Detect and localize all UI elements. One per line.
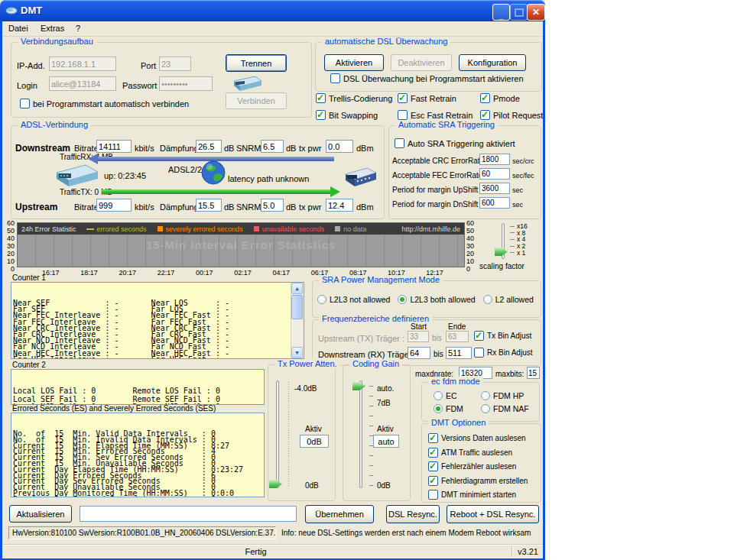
checkbox[interactable]: [316, 93, 326, 103]
es-listbox[interactable]: No. of 15 Min. Valid Data Intervals : 0N…: [11, 413, 265, 497]
uebernehmen-button[interactable]: Übernehmen: [305, 505, 374, 523]
radio-row[interactable]: L2L3 both allowed: [398, 295, 475, 304]
rx-bin-adjust-row[interactable]: Rx Bin Adjust: [474, 348, 532, 358]
scroll-up-button[interactable]: ▲: [291, 283, 303, 294]
crc-rate-field[interactable]: [479, 154, 510, 165]
checkbox[interactable]: [480, 93, 490, 103]
radio-button[interactable]: [434, 391, 443, 400]
counter2-listbox[interactable]: Local LOS Fail : 0 Remote LOS Fail : 0Lo…: [11, 369, 265, 405]
title-bar[interactable]: DMT _ ✕: [0, 0, 545, 21]
checkbox[interactable]: [428, 448, 438, 458]
radio-label: FDM NAF: [493, 404, 529, 413]
status-text: Fertig: [2, 547, 509, 556]
x-tick-label: 00:17: [196, 269, 213, 277]
radio-row[interactable]: EC: [434, 391, 481, 400]
tx-power-slider[interactable]: [276, 380, 279, 488]
checkbox[interactable]: [395, 138, 404, 148]
checkbox-label: ATM Traffic auslesen: [441, 448, 512, 457]
option-checkbox-row[interactable]: Esc Fast Retrain: [398, 110, 480, 120]
maxbits-field[interactable]: [527, 367, 540, 379]
down-end-field[interactable]: [446, 347, 472, 359]
checkbox[interactable]: [474, 331, 484, 341]
konfiguration-button[interactable]: Konfiguration: [459, 54, 526, 71]
dnshift-field[interactable]: [479, 197, 510, 209]
option-checkbox-row[interactable]: ATM Traffic auslesen: [428, 448, 528, 458]
y-tick-label: 10: [7, 257, 15, 265]
chart-legend-bar: 24h Error Statistic errored seconds seve…: [18, 223, 464, 235]
option-checkbox-row[interactable]: Fast Retrain: [398, 93, 480, 103]
down-attn-field[interactable]: [196, 140, 222, 153]
checkbox[interactable]: [428, 461, 438, 471]
option-checkbox-row[interactable]: Bit Swapping: [316, 110, 398, 120]
counter1-listbox[interactable]: Near SEF : - Near LOS : -Far SEF : - Far…: [11, 282, 304, 359]
up-bitrate-field[interactable]: [96, 199, 132, 212]
x-tick-label: 22:17: [158, 269, 175, 277]
down-snrm-field[interactable]: [261, 140, 284, 153]
option-checkbox-row[interactable]: Versions Daten auslesen: [428, 433, 528, 443]
checkbox[interactable]: [316, 110, 326, 120]
up-attn-field[interactable]: [196, 199, 222, 212]
radio-button[interactable]: [481, 391, 490, 400]
legend-label: severely errored seconds: [166, 225, 243, 233]
checkbox[interactable]: [330, 73, 340, 83]
option-checkbox-row[interactable]: Pilot Request: [480, 110, 543, 120]
coding-gain-slider[interactable]: [359, 380, 362, 488]
down-bitrate-field[interactable]: [96, 140, 132, 153]
radio-button[interactable]: [434, 404, 443, 413]
y-tick-label: 60: [466, 219, 474, 227]
scroll-down-button[interactable]: ▼: [291, 347, 303, 358]
dnshift-unit: sec: [512, 201, 523, 209]
checkbox[interactable]: [398, 110, 408, 120]
chart-title: 24h Error Statistic: [21, 225, 76, 233]
sra-enable-checkbox-row[interactable]: Auto SRA Triggering aktiviert: [395, 138, 515, 148]
option-checkbox-row[interactable]: Trellis-Codierung: [316, 93, 398, 103]
radio-row[interactable]: L2 allowed: [483, 295, 534, 304]
radio-button[interactable]: [317, 295, 326, 304]
option-checkbox-row[interactable]: Fehlerdiagramm erstellen: [428, 476, 528, 486]
autoconnect-checkbox-row[interactable]: bei Programmstart automatisch verbinden: [20, 99, 189, 108]
counter1-scrollbar[interactable]: ▲ ▼: [291, 283, 304, 358]
option-checkbox-row[interactable]: Fehlerzähler auslesen: [428, 461, 528, 471]
radio-button[interactable]: [483, 295, 492, 304]
scaling-slider-thumb[interactable]: [495, 248, 508, 256]
down-txpwr-field[interactable]: [326, 140, 353, 153]
checkbox-label: Fehlerzähler auslesen: [441, 462, 516, 471]
up-snrm-field[interactable]: [261, 199, 284, 212]
upshift-field[interactable]: [479, 183, 510, 194]
tx-bin-adjust-row[interactable]: Tx Bin Adjust: [474, 331, 531, 341]
app-icon[interactable]: [5, 5, 18, 17]
aktualisieren-button[interactable]: Aktualisieren: [9, 505, 72, 523]
radio-button[interactable]: [398, 295, 407, 304]
minimize-button[interactable]: _: [492, 4, 510, 21]
radio-button[interactable]: [481, 404, 490, 413]
down-start-field[interactable]: [408, 347, 430, 359]
close-button[interactable]: ✕: [527, 4, 545, 21]
checkbox[interactable]: [428, 476, 438, 486]
checkbox[interactable]: [480, 110, 490, 120]
menu-datei[interactable]: Datei: [8, 24, 28, 33]
radio-row[interactable]: FDM NAF: [481, 404, 529, 413]
option-checkbox-row[interactable]: DMT minimiert starten: [428, 490, 528, 500]
checkbox[interactable]: [474, 348, 484, 358]
checkbox[interactable]: [428, 490, 438, 500]
radio-row[interactable]: FDM HP: [481, 391, 529, 400]
trennen-button[interactable]: Trennen: [226, 54, 287, 72]
aktivieren-button[interactable]: Aktivieren: [324, 54, 384, 71]
checkbox[interactable]: [428, 433, 438, 443]
checkbox[interactable]: [398, 93, 408, 103]
checkbox[interactable]: [20, 99, 30, 108]
y-tick-label: 50: [466, 227, 474, 235]
menu-help[interactable]: ?: [76, 24, 80, 33]
monitor-startup-checkbox-row[interactable]: DSL Überwachung bei Programmstart aktivi…: [330, 73, 524, 83]
chart-watermark: 15-Min Interval Error Statistics: [18, 238, 464, 251]
dsl-resync-button[interactable]: DSL Resync.: [386, 505, 440, 523]
radio-row[interactable]: L2L3 not allowed: [317, 295, 390, 304]
option-checkbox-row[interactable]: Pmode: [480, 93, 543, 103]
scrollbar-thumb[interactable]: [291, 295, 303, 319]
reboot-resync-button[interactable]: Reboot + DSL Resync.: [447, 505, 539, 523]
radio-label: L2 allowed: [495, 295, 534, 304]
up-txpwr-field[interactable]: [326, 199, 353, 212]
menu-extras[interactable]: Extras: [41, 24, 64, 33]
fec-rate-field[interactable]: [479, 168, 510, 180]
radio-row[interactable]: FDM: [434, 404, 481, 413]
